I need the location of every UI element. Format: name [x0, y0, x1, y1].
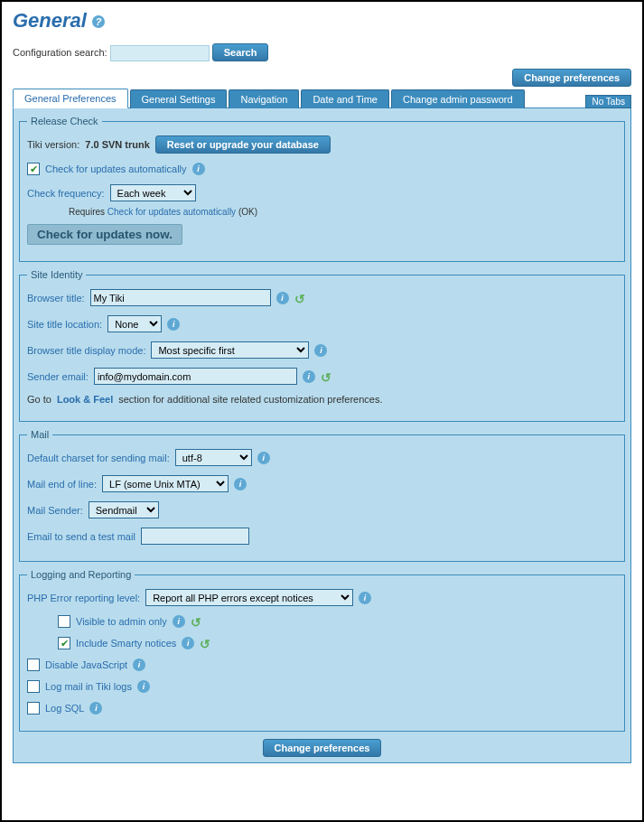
info-icon[interactable]: i [234, 478, 247, 490]
php-error-row: PHP Error reporting level: Report all PH… [27, 589, 617, 606]
page-title: General ? [13, 9, 631, 33]
check-frequency-label: Check frequency: [27, 188, 105, 199]
mail-sender-row: Mail Sender: Sendmail [27, 501, 617, 518]
charset-select[interactable]: utf-8 [175, 449, 252, 466]
main-panel: Release Check Tiki version: 7.0 SVN trun… [13, 107, 631, 763]
release-check-fieldset: Release Check Tiki version: 7.0 SVN trun… [19, 116, 625, 262]
info-icon[interactable]: i [314, 344, 327, 357]
tab-navigation[interactable]: Navigation [229, 89, 299, 108]
check-updates-checkbox[interactable] [27, 163, 40, 175]
info-icon[interactable]: i [133, 659, 145, 671]
info-icon[interactable]: i [257, 452, 270, 464]
site-identity-fieldset: Site Identity Browser title: i ↺ Site ti… [19, 269, 625, 422]
search-input[interactable] [110, 45, 210, 61]
check-frequency-select[interactable]: Each week [110, 184, 196, 201]
eol-select[interactable]: LF (some Unix MTA) [102, 475, 229, 492]
disable-js-checkbox[interactable] [27, 659, 40, 671]
sender-email-input[interactable] [94, 368, 297, 385]
check-updates-label: Check for updates automatically [45, 163, 187, 174]
logging-legend: Logging and Reporting [27, 569, 135, 580]
visible-admin-checkbox[interactable] [58, 615, 70, 628]
tab-general-preferences[interactable]: General Preferences [13, 89, 128, 108]
info-icon[interactable]: i [89, 702, 102, 715]
look-feel-link[interactable]: Look & Feel [57, 394, 113, 405]
reset-icon[interactable]: ↺ [294, 292, 307, 304]
help-icon[interactable]: ? [92, 15, 105, 28]
browser-title-row: Browser title: i ↺ [27, 289, 617, 306]
site-title-location-select[interactable]: None [107, 315, 162, 332]
check-updates-now-button[interactable]: Check for updates now. [27, 224, 182, 245]
change-preferences-button-top[interactable]: Change preferences [512, 69, 631, 87]
browser-title-input[interactable] [90, 289, 271, 306]
mail-fieldset: Mail Default charset for sending mail: u… [19, 429, 625, 562]
php-error-select[interactable]: Report all PHP errors except notices [145, 589, 353, 606]
disable-js-row: Disable JavaScript i [27, 659, 617, 671]
goto-look-feel-row: Go to Look & Feel section for additional… [27, 394, 617, 405]
page-title-text: General [13, 9, 87, 32]
info-icon[interactable]: i [276, 292, 289, 304]
mail-legend: Mail [27, 429, 52, 440]
no-tabs-button[interactable]: No Tabs [585, 95, 631, 108]
tab-bar: General Preferences General Settings Nav… [13, 89, 631, 108]
visible-admin-row: Visible to admin only i ↺ [27, 615, 617, 628]
display-mode-row: Browser title display mode: Most specifi… [27, 341, 617, 359]
goto-prefix: Go to [27, 394, 51, 405]
log-mail-row: Log mail in Tiki logs i [27, 680, 617, 693]
log-sql-checkbox[interactable] [27, 702, 40, 715]
display-mode-label: Browser title display mode: [27, 345, 145, 356]
info-icon[interactable]: i [303, 370, 315, 383]
reset-db-button[interactable]: Reset or upgrade your database [155, 135, 331, 154]
eol-label: Mail end of line: [27, 479, 97, 490]
test-mail-row: Email to send a test mail [27, 528, 617, 545]
tab-change-admin-password[interactable]: Change admin password [391, 89, 525, 108]
top-change-prefs-row: Change preferences [13, 69, 631, 87]
mail-sender-select[interactable]: Sendmail [89, 501, 159, 518]
disable-js-label: Disable JavaScript [45, 659, 127, 670]
sender-email-label: Sender email: [27, 371, 89, 382]
info-icon[interactable]: i [137, 680, 150, 693]
info-icon[interactable]: i [359, 592, 371, 604]
requires-prefix: Requires [69, 207, 105, 217]
log-sql-row: Log SQL i [27, 702, 617, 715]
eol-row: Mail end of line: LF (some Unix MTA) i [27, 475, 617, 492]
log-mail-label: Log mail in Tiki logs [45, 681, 132, 692]
log-mail-checkbox[interactable] [27, 680, 40, 693]
info-icon[interactable]: i [167, 318, 180, 331]
goto-suffix: section for additional site related cust… [118, 394, 382, 405]
site-title-location-row: Site title location: None i [27, 315, 617, 332]
info-icon[interactable]: i [192, 163, 205, 175]
log-sql-label: Log SQL [45, 703, 84, 714]
reset-icon[interactable]: ↺ [321, 370, 333, 383]
check-frequency-row: Check frequency: Each week [27, 184, 617, 201]
reset-icon[interactable]: ↺ [191, 615, 203, 628]
visible-admin-label: Visible to admin only [76, 616, 167, 627]
site-identity-legend: Site Identity [27, 269, 86, 280]
mail-sender-label: Mail Sender: [27, 505, 83, 516]
tab-date-time[interactable]: Date and Time [301, 89, 389, 108]
requires-row: Requires Check for updates automatically… [27, 207, 617, 217]
smarty-checkbox[interactable] [58, 637, 70, 649]
site-title-location-label: Site title location: [27, 319, 102, 330]
browser-title-label: Browser title: [27, 293, 85, 304]
reset-icon[interactable]: ↺ [200, 637, 212, 649]
smarty-label: Include Smarty notices [76, 638, 176, 649]
tiki-version-label: Tiki version: [27, 139, 79, 150]
requires-suffix: (OK) [238, 207, 257, 217]
sender-email-row: Sender email: i ↺ [27, 368, 617, 385]
info-icon[interactable]: i [173, 615, 185, 628]
requires-link[interactable]: Check for updates automatically [107, 207, 236, 217]
tiki-version-row: Tiki version: 7.0 SVN trunk Reset or upg… [27, 135, 617, 154]
change-preferences-button-bottom[interactable]: Change preferences [263, 739, 382, 757]
tab-general-settings[interactable]: General Settings [130, 89, 228, 108]
info-icon[interactable]: i [182, 637, 194, 649]
check-updates-row: Check for updates automatically i [27, 163, 617, 175]
php-error-label: PHP Error reporting level: [27, 593, 140, 603]
bottom-button-row: Change preferences [19, 739, 625, 757]
charset-label: Default charset for sending mail: [27, 453, 170, 463]
search-button[interactable]: Search [212, 43, 269, 61]
test-mail-input[interactable] [141, 528, 249, 545]
logging-fieldset: Logging and Reporting PHP Error reportin… [19, 569, 625, 732]
display-mode-select[interactable]: Most specific first [151, 341, 309, 359]
smarty-row: Include Smarty notices i ↺ [27, 637, 617, 649]
tiki-version-value: 7.0 SVN trunk [85, 139, 150, 150]
